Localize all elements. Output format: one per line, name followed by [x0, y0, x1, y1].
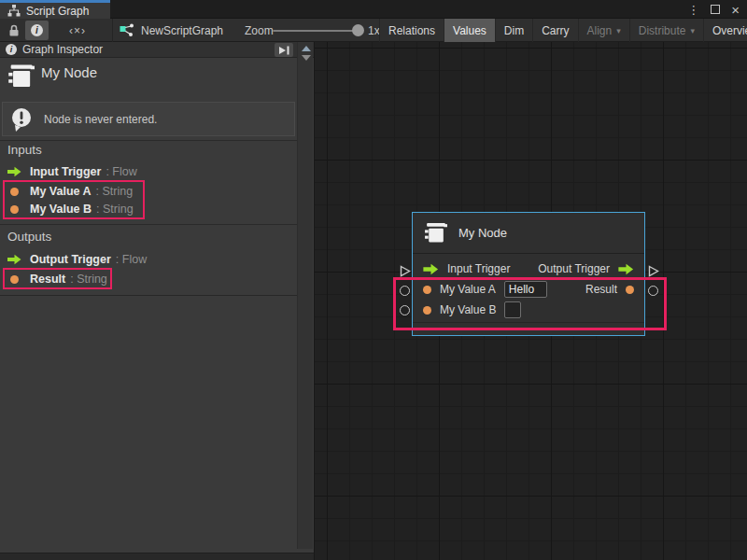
graph-asset-icon — [120, 23, 134, 37]
window-controls: ⋮ × — [687, 0, 747, 19]
chevron-down-icon: ▾ — [616, 26, 621, 35]
graph-canvas[interactable]: My Node Input Trigger Output Trigger — [315, 42, 747, 560]
script-graph-window: Script Graph ⋮ × i ‹×› — [0, 0, 747, 560]
inputs-heading: Inputs — [7, 143, 42, 157]
flow-port-icon — [7, 166, 21, 177]
overview-button[interactable]: Overview — [703, 19, 747, 42]
graph-toolbar: i ‹×› NewScriptGraph Zoom 1x Relations V… — [0, 19, 747, 42]
script-graph-icon — [7, 5, 21, 17]
window-menu-icon[interactable]: ⋮ — [687, 4, 699, 16]
type-label: Flow — [122, 253, 147, 266]
panel-bottom-bar — [0, 553, 314, 560]
inspector-header: i Graph Inspector — [0, 42, 314, 58]
input-trigger-port-icon[interactable] — [423, 263, 439, 275]
collapse-panel-button[interactable] — [275, 43, 293, 57]
tab-title: Script Graph — [26, 5, 89, 18]
port-type: : Flow — [106, 165, 136, 178]
inspector-scrollbar[interactable] — [297, 42, 313, 549]
highlight-box-result — [3, 268, 112, 289]
port-name: Output Trigger — [30, 253, 111, 266]
button-label: Distribute — [639, 24, 686, 37]
warning-text: Node is never entered. — [44, 113, 157, 126]
section-divider — [0, 295, 297, 296]
output-trigger-label: Output Trigger — [538, 262, 610, 275]
colon: : — [116, 253, 119, 266]
button-label: Values — [453, 24, 486, 37]
section-divider — [0, 140, 297, 141]
outputs-heading: Outputs — [7, 230, 51, 244]
button-label: Align — [587, 24, 613, 37]
info-toggle-button[interactable]: i — [25, 21, 49, 40]
code-icon: ‹×› — [69, 24, 86, 37]
relations-button[interactable]: Relations — [379, 19, 444, 42]
lock-icon — [8, 24, 20, 36]
collapse-panel-icon — [277, 45, 290, 56]
input-trigger-label: Input Trigger — [447, 262, 510, 275]
info-icon: i — [31, 24, 43, 36]
section-divider — [0, 224, 297, 225]
inspector-title: Graph Inspector — [22, 43, 103, 56]
align-dropdown[interactable]: Align ▾ — [578, 19, 629, 42]
tab-script-graph[interactable]: Script Graph — [0, 0, 110, 19]
tab-strip: Script Graph ⋮ × — [0, 0, 747, 19]
node-icon — [424, 222, 447, 244]
zoom-label: Zoom — [245, 19, 274, 42]
graph-asset-breadcrumb[interactable]: NewScriptGraph — [120, 19, 223, 42]
button-label: Dim — [504, 24, 524, 37]
graph-inspector-panel: i Graph Inspector My Node — [0, 42, 315, 560]
zoom-slider-track[interactable] — [273, 30, 359, 32]
carry-button[interactable]: Carry — [532, 19, 577, 42]
node-icon — [7, 63, 35, 91]
highlight-box-node-values — [393, 277, 667, 330]
close-icon[interactable]: × — [731, 3, 740, 17]
colon: : — [106, 165, 108, 178]
flow-port-icon — [7, 254, 21, 265]
toolbar-button-group: Relations Values Dim Carry Align ▾ Distr… — [379, 19, 747, 42]
external-input-flow-port[interactable] — [400, 265, 411, 277]
zoom-slider-knob[interactable] — [352, 24, 364, 36]
node-flow-row: Input Trigger Output Trigger — [413, 259, 644, 279]
toolbar-separator — [112, 19, 113, 42]
node-title: My Node — [458, 226, 507, 240]
values-button[interactable]: Values — [444, 19, 495, 42]
warning-bubble-icon — [10, 106, 35, 132]
button-label: Carry — [542, 24, 569, 37]
graph-asset-name: NewScriptGraph — [141, 24, 223, 37]
code-view-button[interactable]: ‹×› — [62, 21, 93, 40]
port-name: Input Trigger — [30, 165, 101, 178]
node-header[interactable]: My Node — [413, 213, 644, 254]
output-trigger-port-icon[interactable] — [618, 263, 634, 275]
chevron-down-icon: ▾ — [690, 26, 695, 35]
inspector-node-title: My Node — [41, 64, 97, 80]
dim-button[interactable]: Dim — [495, 19, 532, 42]
type-label: Flow — [112, 165, 136, 178]
scroll-down-icon[interactable] — [302, 55, 311, 61]
highlight-box-inputs — [3, 180, 145, 219]
warning-box: Node is never entered. — [2, 102, 295, 136]
external-output-flow-port[interactable] — [648, 265, 659, 277]
inspector-info-icon: i — [6, 44, 17, 55]
button-label: Relations — [388, 24, 435, 37]
distribute-dropdown[interactable]: Distribute ▾ — [629, 19, 703, 42]
port-type: : Flow — [116, 253, 147, 266]
maximize-icon[interactable] — [711, 5, 720, 14]
button-label: Overview — [712, 24, 747, 37]
inspector-port-row: Output Trigger : Flow — [7, 250, 147, 269]
zoom-value: 1x — [368, 19, 380, 42]
lock-button[interactable] — [4, 21, 24, 40]
inspector-port-row: Input Trigger : Flow — [7, 162, 137, 181]
scroll-up-icon[interactable] — [302, 46, 311, 51]
